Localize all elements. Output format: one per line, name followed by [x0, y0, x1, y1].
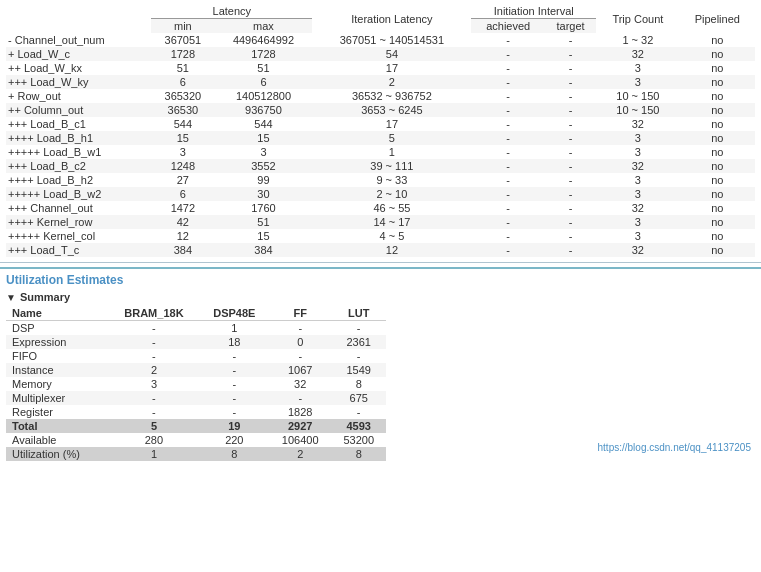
loop-iter-latency: 12	[312, 243, 471, 257]
loop-trip-count: 3	[596, 173, 679, 187]
loop-iter-latency: 2 ~ 10	[312, 187, 471, 201]
loop-achieved: -	[471, 159, 545, 173]
util-col-lut: LUT	[331, 306, 386, 321]
loop-target: -	[545, 117, 596, 131]
util-table-row: Multiplexer - - - 675	[6, 391, 386, 405]
util-lut: -	[331, 321, 386, 336]
util-name: Register	[6, 405, 108, 419]
util-lut: 53200	[331, 433, 386, 447]
loop-analysis-table: Latency Iteration Latency Initiation Int…	[6, 4, 755, 257]
col-group-latency: Latency	[151, 4, 312, 19]
loop-max: 140512800	[215, 89, 313, 103]
col-header-iteration-latency: Iteration Latency	[312, 4, 471, 33]
loop-achieved: -	[471, 117, 545, 131]
loop-trip-count: 3	[596, 215, 679, 229]
util-table-row: Utilization (%) 1 8 2 8	[6, 447, 386, 461]
util-name: Expression	[6, 335, 108, 349]
loop-name: ++ Load_W_kx	[6, 61, 151, 75]
util-name: Instance	[6, 363, 108, 377]
loop-min: 1472	[151, 201, 214, 215]
util-name: Utilization (%)	[6, 447, 108, 461]
util-ff: 106400	[269, 433, 331, 447]
util-table-row: Expression - 18 0 2361	[6, 335, 386, 349]
util-lut: 8	[331, 447, 386, 461]
loop-achieved: -	[471, 75, 545, 89]
loop-max: 30	[215, 187, 313, 201]
loop-iter-latency: 5	[312, 131, 471, 145]
collapse-icon[interactable]: ▼	[6, 292, 16, 303]
loop-iter-latency: 367051 ~ 140514531	[312, 33, 471, 47]
loop-max: 544	[215, 117, 313, 131]
loop-min: 27	[151, 173, 214, 187]
loop-iter-latency: 9 ~ 33	[312, 173, 471, 187]
loop-name: ++ Column_out	[6, 103, 151, 117]
util-name: Available	[6, 433, 108, 447]
util-table-row: FIFO - - - -	[6, 349, 386, 363]
loop-name: +++ Load_B_c2	[6, 159, 151, 173]
util-lut: 675	[331, 391, 386, 405]
loop-target: -	[545, 75, 596, 89]
util-lut: 1549	[331, 363, 386, 377]
util-table-row: DSP - 1 - -	[6, 321, 386, 336]
loop-trip-count: 3	[596, 187, 679, 201]
loop-min: 6	[151, 187, 214, 201]
loop-pipelined: no	[680, 131, 755, 145]
util-dsp: 8	[200, 447, 269, 461]
loop-iter-latency: 17	[312, 117, 471, 131]
loop-min: 51	[151, 61, 214, 75]
loop-trip-count: 3	[596, 61, 679, 75]
loop-max: 15	[215, 229, 313, 243]
loop-trip-count: 32	[596, 47, 679, 61]
col-header-loop-name	[6, 4, 151, 33]
util-dsp: 18	[200, 335, 269, 349]
util-ff: 2	[269, 447, 331, 461]
loop-name: +++ Channel_out	[6, 201, 151, 215]
loop-max: 4496464992	[215, 33, 313, 47]
loop-pipelined: no	[680, 103, 755, 117]
loop-achieved: -	[471, 173, 545, 187]
loop-achieved: -	[471, 201, 545, 215]
util-table-row: Register - - 1828 -	[6, 405, 386, 419]
loop-iter-latency: 46 ~ 55	[312, 201, 471, 215]
loop-name: + Row_out	[6, 89, 151, 103]
loop-table-row: ++ Column_out 36530 936750 3653 ~ 6245 -…	[6, 103, 755, 117]
util-table-row: Available 280 220 106400 53200	[6, 433, 386, 447]
util-col-name: Name	[6, 306, 108, 321]
util-bram: 5	[108, 419, 199, 433]
loop-max: 99	[215, 173, 313, 187]
loop-name: +++++ Kernel_col	[6, 229, 151, 243]
loop-achieved: -	[471, 131, 545, 145]
col-header-pipelined: Pipelined	[680, 4, 755, 33]
loop-trip-count: 10 ~ 150	[596, 103, 679, 117]
util-ff: -	[269, 349, 331, 363]
utilization-section: Utilization Estimates ▼ Summary Name BRA…	[0, 267, 761, 465]
loop-achieved: -	[471, 33, 545, 47]
loop-pipelined: no	[680, 201, 755, 215]
loop-name: ++++ Load_B_h2	[6, 173, 151, 187]
loop-table-row: +++ Load_W_ky 6 6 2 - - 3 no	[6, 75, 755, 89]
util-name: Multiplexer	[6, 391, 108, 405]
loop-target: -	[545, 187, 596, 201]
col-header-achieved: achieved	[471, 19, 545, 34]
loop-pipelined: no	[680, 117, 755, 131]
util-bram: 1	[108, 447, 199, 461]
loop-table-section: Latency Iteration Latency Initiation Int…	[0, 0, 761, 259]
util-dsp: -	[200, 405, 269, 419]
loop-pipelined: no	[680, 243, 755, 257]
util-dsp: -	[200, 377, 269, 391]
util-dsp: 1	[200, 321, 269, 336]
util-col-bram: BRAM_18K	[108, 306, 199, 321]
util-bram: -	[108, 321, 199, 336]
util-bram: -	[108, 349, 199, 363]
loop-iter-latency: 3653 ~ 6245	[312, 103, 471, 117]
loop-pipelined: no	[680, 215, 755, 229]
loop-min: 3	[151, 145, 214, 159]
loop-trip-count: 1 ~ 32	[596, 33, 679, 47]
loop-pipelined: no	[680, 159, 755, 173]
util-col-ff: FF	[269, 306, 331, 321]
loop-target: -	[545, 145, 596, 159]
section-divider	[0, 262, 761, 263]
util-ff: 32	[269, 377, 331, 391]
util-name: DSP	[6, 321, 108, 336]
util-dsp: 19	[200, 419, 269, 433]
